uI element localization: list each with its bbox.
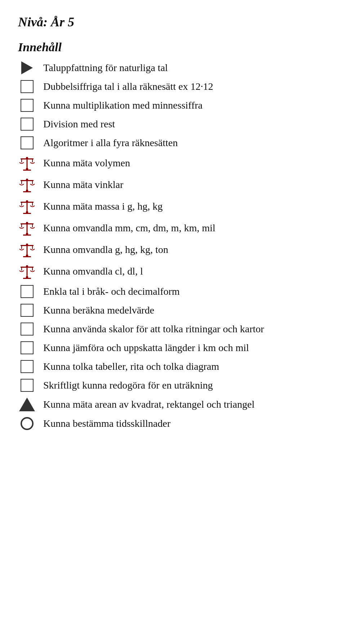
item-text: Kunna mäta vinklar [43,179,123,190]
item-text: Kunna tolka tabeller, rita och tolka dia… [43,361,219,372]
svg-rect-15 [23,213,31,214]
scale-icon [18,242,36,258]
svg-rect-2 [27,158,28,169]
page-wrapper: Nivå: År 5 Innehåll Taluppfattning för n… [18,14,328,430]
list-item: Algoritmer i alla fyra räknesätten [18,136,328,149]
checkbox-icon[interactable] [21,80,34,93]
section-title: Innehåll [18,40,328,54]
svg-rect-8 [23,191,31,192]
list-item: Kunna använda skalor för att tolka ritni… [18,323,328,336]
item-text: Taluppfattning för naturliga tal [43,62,168,74]
list-item: Kunna jämföra och uppskatta längder i km… [18,341,328,354]
list-item: Kunna mäta arean av kvadrat, rektangel o… [18,398,328,411]
item-text: Algoritmer i alla fyra räknesätten [43,137,178,149]
svg-rect-29 [23,256,31,257]
list-item: Kunna multiplikation med minnessiffra [18,99,328,112]
svg-rect-37 [27,266,28,277]
list-item: Division med rest [18,118,328,131]
checkbox-icon[interactable] [21,285,34,298]
svg-point-13 [26,179,28,181]
page-title: Nivå: År 5 [18,14,328,30]
item-text: Kunna omvandla cl, dl, l [43,266,143,277]
item-text: Kunna beräkna medelvärde [43,305,154,316]
scale-icon [18,177,36,193]
content-list: Taluppfattning för naturliga talDubbelsi… [18,61,328,430]
item-text: Kunna omvandla g, hg, kg, ton [43,244,168,255]
list-item: Kunna omvandla g, hg, kg, ton [18,242,328,258]
checkbox-icon[interactable] [21,136,34,149]
svg-rect-23 [27,223,28,234]
checkbox-icon[interactable] [21,304,34,317]
item-text: Kunna mäta massa i g, hg, kg [43,201,163,212]
scale-icon [18,155,36,171]
svg-point-20 [26,200,28,202]
item-text: Enkla tal i bråk- och decimalform [43,286,180,297]
list-item: Kunna bestämma tidsskillnader [18,417,328,430]
checkbox-icon[interactable] [21,341,34,354]
item-text: Kunna multiplikation med minnessiffra [43,100,203,111]
checkbox-icon[interactable] [21,99,34,112]
list-item: Enkla tal i bråk- och decimalform [18,285,328,298]
list-item: Kunna omvandla mm, cm, dm, m, km, mil [18,220,328,236]
list-item: Kunna mäta massa i g, hg, kg [18,198,328,214]
list-item: Kunna mäta vinklar [18,177,328,193]
checkbox-icon[interactable] [21,118,34,131]
scale-icon [18,263,36,279]
item-text: Kunna mäta volymen [43,157,130,169]
svg-point-27 [26,222,28,224]
item-text: Dubbelsiffriga tal i alla räknesätt ex 1… [43,81,213,92]
list-item: Skriftligt kunna redogöra för en uträkni… [18,379,328,392]
scale-icon [18,198,36,214]
circle-icon [21,417,34,430]
svg-point-34 [26,244,28,246]
svg-rect-36 [23,278,31,279]
list-item: Kunna tolka tabeller, rita och tolka dia… [18,360,328,373]
item-text: Skriftligt kunna redogöra för en uträkni… [43,380,213,391]
svg-rect-22 [23,235,31,236]
scale-icon [18,220,36,236]
triangle-icon [19,398,35,411]
svg-rect-30 [27,245,28,255]
checkbox-icon[interactable] [21,323,34,336]
svg-rect-1 [23,170,31,171]
list-item: Dubbelsiffriga tal i alla räknesätt ex 1… [18,80,328,93]
item-text: Kunna bestämma tidsskillnader [43,418,170,429]
svg-point-41 [26,265,28,267]
svg-rect-16 [27,201,28,212]
item-text: Kunna omvandla mm, cm, dm, m, km, mil [43,222,216,234]
list-item: Taluppfattning för naturliga tal [18,61,328,74]
item-text: Kunna använda skalor för att tolka ritni… [43,323,264,335]
checkbox-icon[interactable] [21,360,34,373]
svg-point-6 [26,157,28,159]
item-text: Kunna mäta arean av kvadrat, rektangel o… [43,399,254,410]
list-item: Kunna omvandla cl, dl, l [18,263,328,279]
arrow-icon [21,61,33,74]
checkbox-icon[interactable] [21,379,34,392]
item-text: Division med rest [43,118,115,130]
list-item: Kunna beräkna medelvärde [18,304,328,317]
item-text: Kunna jämföra och uppskatta längder i km… [43,342,249,354]
svg-rect-9 [27,180,28,190]
list-item: Kunna mäta volymen [18,155,328,171]
